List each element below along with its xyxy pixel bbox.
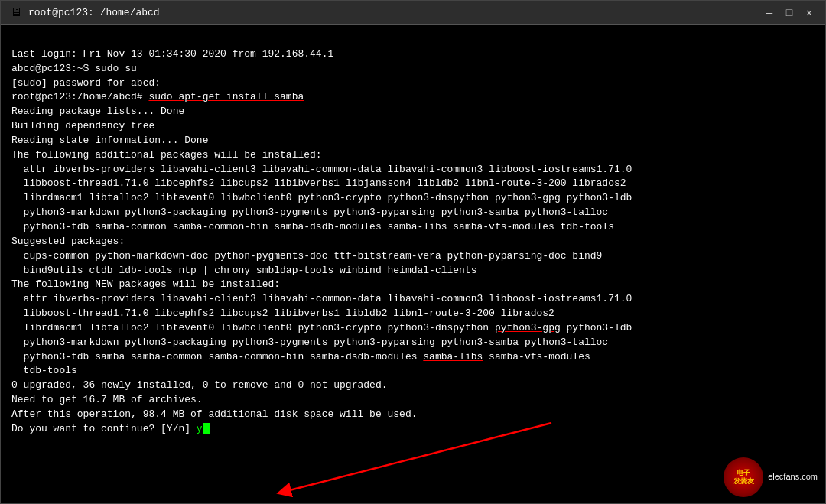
minimize-button[interactable]: —	[763, 6, 776, 20]
python3-gpg-underline: python3-gpg	[495, 322, 561, 333]
line-27: After this operation, 98.4 MB of additio…	[11, 408, 815, 422]
line-16: cups-common python-markdown-doc python-p…	[11, 249, 815, 264]
window-title: root@pc123: /home/abcd	[28, 7, 763, 18]
terminal-window: 🖥 root@pc123: /home/abcd — □ ✕ Last logi…	[0, 0, 826, 504]
terminal-icon: 🖥	[10, 5, 22, 20]
watermark-site: elecfans.com	[768, 471, 818, 483]
line-25: 0 upgraded, 36 newly installed, 0 to rem…	[11, 379, 815, 393]
command-highlight: sudo apt-get install samba	[148, 91, 304, 102]
line-26: Need to get 16.7 MB of archives.	[11, 393, 815, 408]
maximize-button[interactable]: □	[782, 6, 796, 20]
line-11: libboost-thread1.71.0 libcephfs2 libcups…	[11, 177, 815, 191]
close-button[interactable]: ✕	[802, 6, 816, 20]
terminal-body[interactable]: Last login: Fri Nov 13 01:34:30 2020 fro…	[1, 25, 825, 503]
window-controls: — □ ✕	[763, 6, 816, 20]
user-input-y: y	[197, 423, 203, 434]
watermark-logo-text: 电子发烧友	[733, 469, 754, 486]
line-13: python3-markdown python3-packaging pytho…	[11, 206, 815, 220]
line-17: bind9utils ctdb ldb-tools ntp | chrony s…	[11, 264, 815, 278]
line-1	[11, 33, 815, 47]
line-28: Do you want to continue? [Y/n] y	[11, 422, 815, 437]
line-19: attr ibverbs-providers libavahi-client3 …	[11, 292, 815, 307]
line-15: Suggested packages:	[11, 235, 815, 249]
line-18: The following NEW packages will be insta…	[11, 278, 815, 292]
watermark: 电子发烧友 elecfans.com	[724, 457, 818, 497]
terminal-cursor	[203, 423, 210, 434]
line-23: python3-tdb samba samba-common samba-com…	[11, 350, 815, 365]
python3-samba-underline: python3-samba	[441, 337, 519, 348]
line-5: root@pc123:/home/abcd# sudo apt-get inst…	[11, 90, 815, 105]
samba-libs-underline: samba-libs	[423, 351, 483, 363]
line-21: librdmacm1 libtalloc2 libtevent0 libwbcl…	[11, 321, 815, 336]
line-9: The following additional packages will b…	[11, 148, 815, 163]
watermark-logo: 电子发烧友	[724, 457, 763, 497]
line-10: attr ibverbs-providers libavahi-client3 …	[11, 163, 815, 177]
line-6: Reading package lists... Done	[11, 105, 815, 119]
line-20: libboost-thread1.71.0 libcephfs2 libcups…	[11, 307, 815, 321]
line-24: tdb-tools	[11, 364, 815, 379]
line-2: Last login: Fri Nov 13 01:34:30 2020 fro…	[11, 47, 815, 62]
line-22: python3-markdown python3-packaging pytho…	[11, 336, 815, 350]
line-14: python3-tdb samba-common samba-common-bi…	[11, 220, 815, 235]
line-8: Reading state information... Done	[11, 134, 815, 148]
line-4: [sudo] password for abcd:	[11, 76, 815, 91]
line-12: librdmacm1 libtalloc2 libtevent0 libwbcl…	[11, 191, 815, 206]
line-7: Building dependency tree	[11, 119, 815, 134]
line-3: abcd@pc123:~$ sudo su	[11, 62, 815, 76]
titlebar: 🖥 root@pc123: /home/abcd — □ ✕	[1, 1, 825, 25]
